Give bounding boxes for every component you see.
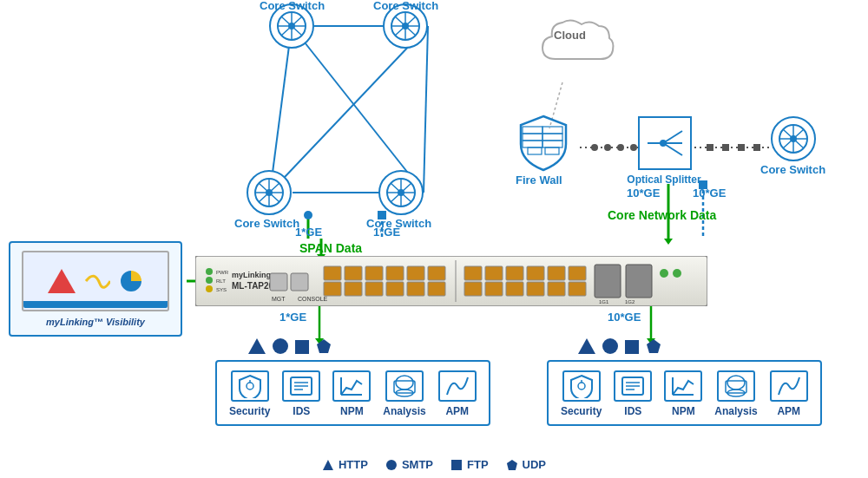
- svg-marker-147: [507, 460, 517, 470]
- legend-pentagon-icon: [506, 459, 518, 471]
- svg-point-78: [206, 277, 213, 284]
- svg-rect-92: [386, 266, 404, 280]
- svg-point-117: [673, 269, 681, 278]
- svg-line-3: [424, 26, 428, 193]
- legend-square-icon: [450, 459, 463, 471]
- svg-rect-61: [523, 141, 542, 147]
- svg-rect-107: [569, 266, 586, 280]
- svg-rect-57: [523, 127, 542, 134]
- svg-rect-111: [527, 282, 544, 296]
- svg-point-14: [591, 144, 598, 151]
- ids-icon-right: [614, 370, 652, 402]
- svg-point-116: [660, 269, 668, 278]
- logo-pie-icon: [119, 269, 143, 293]
- svg-point-145: [386, 460, 397, 470]
- npm-icon-left: [332, 370, 371, 402]
- svg-rect-87: [270, 273, 287, 291]
- tool-security-left: Security: [229, 370, 270, 417]
- svg-rect-62: [542, 141, 562, 147]
- svg-text:1G1: 1G1: [599, 299, 609, 304]
- svg-text:MGT: MGT: [272, 296, 286, 302]
- svg-rect-105: [527, 266, 544, 280]
- npm-icon-right: [664, 370, 702, 402]
- apm-label-left: APM: [445, 405, 469, 417]
- toolbox-right: Security IDS NPM: [547, 360, 822, 426]
- security-icon-left: [231, 370, 269, 402]
- tool-analysis-left: Analysis: [383, 370, 425, 417]
- svg-rect-59: [523, 134, 542, 141]
- logo-chart-icon: [84, 268, 110, 294]
- diagram-container: Core Switch Core Switch Core Switch: [0, 0, 868, 478]
- svg-rect-106: [548, 266, 565, 280]
- apm-icon-left: [438, 370, 477, 402]
- svg-rect-63: [528, 147, 542, 154]
- svg-rect-64: [545, 147, 559, 154]
- svg-rect-100: [428, 282, 445, 296]
- security-icon-right: [562, 370, 601, 402]
- svg-point-50: [266, 189, 273, 196]
- splitter-label: Optical Splitter: [625, 174, 703, 186]
- cloud-label: Cloud: [554, 29, 586, 42]
- ge-label-right-2: 10*GE: [693, 187, 726, 200]
- tool-npm-right: NPM: [664, 370, 702, 417]
- core-network-label: Core Network Data: [608, 208, 716, 222]
- npm-label-left: NPM: [340, 405, 364, 417]
- security-label-left: Security: [229, 405, 270, 417]
- ids-label-left: IDS: [293, 405, 310, 417]
- svg-rect-112: [548, 282, 565, 296]
- analysis-icon-right: [717, 370, 755, 402]
- svg-point-38: [288, 23, 295, 29]
- apm-icon-right: [770, 370, 808, 402]
- tool-ids-left: IDS: [282, 370, 320, 417]
- svg-rect-89: [324, 266, 341, 280]
- svg-point-79: [206, 285, 213, 292]
- svg-rect-96: [345, 282, 362, 296]
- logo-icons: [48, 268, 143, 294]
- svg-rect-99: [407, 282, 424, 296]
- svg-marker-144: [323, 460, 333, 470]
- svg-rect-103: [485, 266, 503, 280]
- legend-smtp: SMTP: [385, 458, 433, 471]
- svg-rect-94: [428, 266, 445, 280]
- legend-triangle-icon: [322, 459, 334, 471]
- svg-rect-110: [506, 282, 523, 296]
- bottom-ge-left: 1*GE: [279, 311, 306, 324]
- svg-point-75: [790, 135, 797, 142]
- svg-point-15: [604, 144, 611, 151]
- svg-rect-60: [542, 134, 562, 141]
- shape-pentagon-right: [646, 338, 661, 354]
- shape-pentagon-left: [316, 338, 332, 354]
- svg-line-4: [292, 26, 424, 193]
- legend-http-label: HTTP: [339, 458, 368, 471]
- svg-rect-98: [386, 282, 404, 296]
- legend-ftp-label: FTP: [467, 458, 489, 471]
- ids-icon-left: [282, 370, 320, 402]
- apm-label-right: APM: [777, 405, 800, 417]
- firewall-icon: Fire Wall: [514, 113, 573, 175]
- svg-rect-91: [365, 266, 383, 280]
- npm-label-right: NPM: [672, 405, 695, 417]
- svg-rect-97: [365, 282, 383, 296]
- svg-rect-90: [345, 266, 362, 280]
- ge-label-left-2: 1*GE: [373, 226, 400, 239]
- optical-splitter: [638, 116, 692, 170]
- svg-text:CONSOLE: CONSOLE: [298, 296, 328, 302]
- ge-label-right-1: 10*GE: [627, 187, 660, 200]
- svg-point-17: [630, 144, 637, 151]
- svg-point-56: [398, 189, 404, 196]
- svg-point-141: [727, 376, 745, 390]
- svg-rect-88: [291, 273, 308, 291]
- firewall-label: Fire Wall: [516, 174, 562, 187]
- rack-device: PWR RLT SYS myLinking ML-TAP2610 MGT CON…: [195, 256, 707, 306]
- legend-udp: UDP: [506, 458, 546, 471]
- core-switch-right: [771, 116, 816, 161]
- svg-rect-102: [464, 266, 482, 280]
- logo-triangle-icon: [48, 269, 76, 293]
- analysis-label-left: Analysis: [383, 405, 425, 417]
- svg-point-122: [247, 383, 253, 390]
- tool-apm-right: APM: [770, 370, 808, 417]
- shape-circle-left: [273, 338, 288, 354]
- svg-point-7: [304, 211, 312, 219]
- span-data-label: SPAN Data: [299, 241, 362, 255]
- logo-screen: [22, 251, 169, 311]
